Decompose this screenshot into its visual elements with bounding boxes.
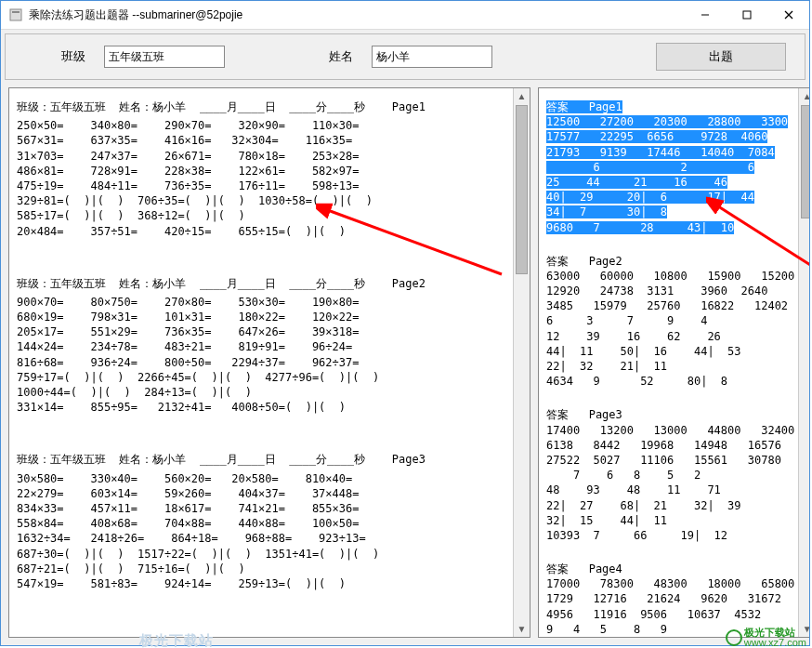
close-button[interactable] <box>767 2 809 28</box>
watermark-url: www.xz7.com <box>744 638 806 648</box>
question-row: 687÷30=( )|( ) 1517÷22=( )|( ) 1351÷41=(… <box>17 547 509 562</box>
answer-row: 10393 7 66 19| 12 <box>546 528 794 543</box>
scroll-down-icon[interactable]: ▼ <box>514 621 530 637</box>
answer-page-header: 答案 Page1 <box>546 99 794 114</box>
answer-row: 48 93 48 11 71 <box>546 483 794 497</box>
question-row: 31×703= 247×37= 26×671= 780×18= 253×28= <box>17 149 509 164</box>
question-row: 22×279= 603×14= 59×260= 404×37= 37×448= <box>17 486 509 501</box>
svg-rect-1 <box>12 11 20 13</box>
question-row: 687÷21=( )|( ) 715÷16=( )|( ) <box>17 562 509 576</box>
answer-row: 9680 7 28 43| 10 <box>546 220 794 235</box>
answer-row: 40| 29 20| 6 17| 44 <box>546 190 794 205</box>
answer-page-header: 答案 Page3 <box>546 407 794 422</box>
svg-rect-0 <box>10 9 21 20</box>
answer-page-header: 答案 Page4 <box>546 562 794 576</box>
question-row: 1000÷44=( )|( ) 284÷13=( )|( ) <box>17 385 509 400</box>
question-row: 680×19= 798×31= 101×31= 180×22= 120×22= <box>17 310 509 324</box>
question-page-header: 班级：五年级五班 姓名：杨小羊 ____月____日 ____分____秒 Pa… <box>17 99 509 114</box>
question-page-header: 班级：五年级五班 姓名：杨小羊 ____月____日 ____分____秒 Pa… <box>17 452 509 467</box>
question-row: 547×19= 581÷83= 924÷14= 259÷13=( )|( ) <box>17 576 509 591</box>
class-label: 班级 <box>61 48 85 65</box>
left-scrollbar[interactable]: ▲ ▼ <box>513 88 530 637</box>
question-row: 816÷68= 936÷24= 800÷50= 2294÷37= 962÷37= <box>17 355 509 370</box>
answer-row: 32| 15 44| 11 <box>546 513 794 528</box>
answer-page: 答案 Page417000 78300 48300 18000 65800172… <box>546 562 794 637</box>
question-row: 486×81= 728×91= 228×38= 122×61= 582×97= <box>17 164 509 179</box>
minimize-button[interactable] <box>684 2 726 28</box>
question-row: 900×70= 80×750= 270×80= 530×30= 190×80= <box>17 295 509 310</box>
answer-row: 4634 9 52 80| 8 <box>546 374 794 389</box>
answers-content[interactable]: 答案 Page112500 27200 20300 28800 33001757… <box>539 88 809 637</box>
answer-page: 答案 Page263000 60000 10800 15900 15200129… <box>546 254 794 390</box>
scroll-thumb[interactable] <box>801 105 809 218</box>
question-page: 班级：五年级五班 姓名：杨小羊 ____月____日 ____分____秒 Pa… <box>17 276 509 416</box>
class-input[interactable] <box>104 46 225 68</box>
answer-row: 44| 11 50| 16 44| 53 <box>546 344 794 359</box>
main-body: 班级：五年级五班 姓名：杨小羊 ____月____日 ____分____秒 Pa… <box>1 84 809 645</box>
answer-row: 6138 8442 19968 14948 16576 <box>546 438 794 453</box>
answer-row: 17000 78300 48300 18000 65800 <box>546 576 794 591</box>
answer-row: 34| 7 30| 8 <box>546 205 794 219</box>
question-row: 205×17= 551×29= 736×35= 647×26= 39×318= <box>17 324 509 339</box>
answer-row: 12920 24738 3131 3960 2640 <box>546 284 794 298</box>
ghost-watermark: 极光下载站 <box>139 632 214 648</box>
answer-page: 答案 Page112500 27200 20300 28800 33001757… <box>546 99 794 235</box>
answer-row: 12500 27200 20300 28800 3300 <box>546 114 794 129</box>
answer-page-header: 答案 Page2 <box>546 254 794 269</box>
questions-panel: 班级：五年级五班 姓名：杨小羊 ____月____日 ____分____秒 Pa… <box>8 87 530 638</box>
answer-row: 4956 11916 9506 10637 4532 <box>546 607 794 622</box>
app-window: 乘除法练习题出题器 --submariner@52pojie 班级 姓名 出题 … <box>0 0 810 646</box>
question-row: 558×84= 408×68= 704×88= 440×88= 100×50= <box>17 516 509 531</box>
right-scrollbar[interactable]: ▲ ▼ <box>798 88 809 637</box>
answer-row: 6 2 6 <box>546 160 794 175</box>
scroll-up-icon[interactable]: ▲ <box>514 88 530 104</box>
generate-button[interactable]: 出题 <box>656 43 786 71</box>
name-label: 姓名 <box>329 48 353 65</box>
answer-row: 17400 13200 13000 44800 32400 <box>546 423 794 438</box>
scroll-up-icon[interactable]: ▲ <box>799 88 809 104</box>
question-page-header: 班级：五年级五班 姓名：杨小羊 ____月____日 ____分____秒 Pa… <box>17 276 509 291</box>
answer-row: 6 3 7 9 4 <box>546 313 794 328</box>
question-row: 331×14= 855÷95= 2132÷41= 4008÷50=( )|( ) <box>17 400 509 415</box>
window-controls <box>684 2 809 28</box>
question-row: 30×580= 330×40= 560×20= 20×580= 810×40= <box>17 471 509 486</box>
site-watermark: 极光下载站 www.xz7.com <box>726 628 806 648</box>
question-row: 567×31= 637×35= 416×16= 32×304= 116×35= <box>17 133 509 148</box>
answer-page: 答案 Page317400 13200 13000 44800 32400613… <box>546 407 794 543</box>
answer-row: 27522 5027 11106 15561 30780 <box>546 453 794 468</box>
question-row: 250×50= 340×80= 290×70= 320×90= 110×30= <box>17 118 509 133</box>
globe-icon <box>726 629 742 646</box>
answer-row: 12 39 16 62 26 <box>546 329 794 344</box>
question-row: 329÷81=( )|( ) 706÷35=( )|( ) 1030÷58=( … <box>17 193 509 208</box>
questions-content[interactable]: 班级：五年级五班 姓名：杨小羊 ____月____日 ____分____秒 Pa… <box>9 88 530 637</box>
answer-row: 17577 22295 6656 9728 4060 <box>546 129 794 144</box>
window-title: 乘除法练习题出题器 --submariner@52pojie <box>29 7 684 23</box>
titlebar: 乘除法练习题出题器 --submariner@52pojie <box>1 1 809 30</box>
toolbar: 班级 姓名 出题 <box>5 33 805 80</box>
question-row: 144×24= 234÷78= 483÷21= 819÷91= 96÷24= <box>17 339 509 354</box>
answer-row: 7 6 8 5 2 <box>546 468 794 483</box>
question-row: 759÷17=( )|( ) 2266÷45=( )|( ) 4277÷96=(… <box>17 370 509 385</box>
question-row: 20×484= 357÷51= 420÷15= 655÷15=( )|( ) <box>17 224 509 239</box>
answer-row: 3485 15979 25760 16822 12402 <box>546 298 794 313</box>
question-row: 834×33= 457×11= 18×617= 741×21= 855×36= <box>17 501 509 516</box>
question-row: 585÷17=( )|( ) 368÷12=( )|( ) <box>17 208 509 223</box>
question-page: 班级：五年级五班 姓名：杨小羊 ____月____日 ____分____秒 Pa… <box>17 452 509 591</box>
answer-row: 25 44 21 16 46 <box>546 175 794 190</box>
scroll-thumb[interactable] <box>516 105 528 274</box>
svg-rect-3 <box>743 11 751 19</box>
answers-panel: 答案 Page112500 27200 20300 28800 33001757… <box>538 87 809 638</box>
answer-row: 63000 60000 10800 15900 15200 <box>546 269 794 284</box>
answer-row: 22| 32 21| 11 <box>546 359 794 374</box>
answer-row: 22| 27 68| 21 32| 39 <box>546 498 794 513</box>
question-page: 班级：五年级五班 姓名：杨小羊 ____月____日 ____分____秒 Pa… <box>17 99 509 239</box>
question-row: 475÷19= 484÷11= 736÷35= 176÷11= 598÷13= <box>17 179 509 193</box>
app-icon <box>8 7 23 22</box>
question-row: 1632÷34= 2418÷26= 864÷18= 968÷88= 923÷13… <box>17 531 509 546</box>
maximize-button[interactable] <box>726 2 767 28</box>
answer-row: 21793 9139 17446 14040 7084 <box>546 145 794 160</box>
name-input[interactable] <box>372 46 492 68</box>
answer-row: 1729 12716 21624 9620 31672 <box>546 591 794 606</box>
